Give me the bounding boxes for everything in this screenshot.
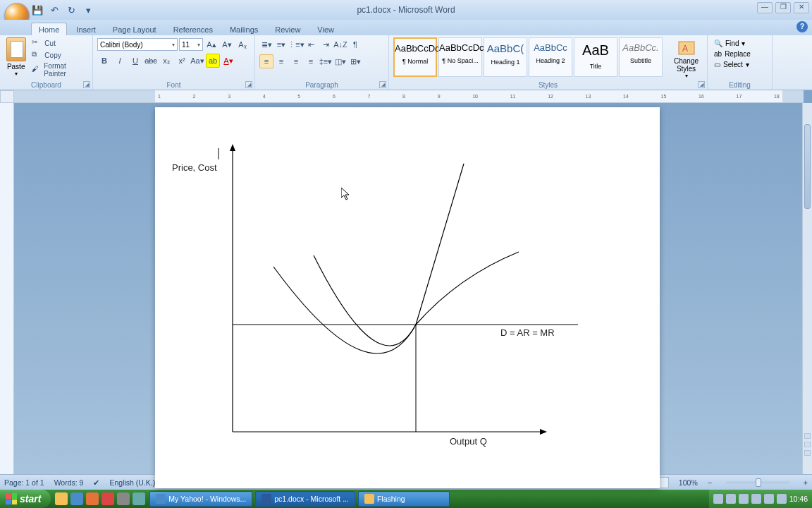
tray-icon-3[interactable] [739, 494, 749, 504]
font-size-combo[interactable]: 11▾ [179, 38, 203, 51]
zoom-thumb[interactable] [756, 478, 761, 487]
underline-button[interactable]: U [128, 54, 142, 68]
task-item-word[interactable]: pc1.docx - Microsoft ... [255, 491, 355, 507]
format-painter-button[interactable]: 🖌Format Painter [30, 61, 88, 78]
copy-label: Copy [44, 52, 61, 59]
tray-icon-4[interactable] [751, 494, 761, 504]
cut-label: Cut [44, 40, 56, 47]
multilevel-list-button[interactable]: ⋮≡▾ [289, 37, 303, 52]
clear-formatting-button[interactable]: Aᵪ [235, 37, 250, 52]
qat-customize[interactable]: ▾ [82, 4, 94, 16]
sort-button[interactable]: A↓Z [333, 37, 347, 52]
style-title[interactable]: AaBTitle [574, 37, 617, 77]
style-heading-1[interactable]: AaBbC(Heading 1 [484, 37, 527, 77]
bold-button[interactable]: B [97, 54, 111, 68]
decrease-indent-button[interactable]: ⇤ [304, 37, 318, 52]
clipboard-launcher[interactable]: ◢ [83, 81, 90, 88]
tab-references[interactable]: References [166, 23, 221, 35]
browse-prev[interactable] [804, 433, 811, 439]
tray-icon-1[interactable] [713, 494, 723, 504]
quicklaunch-icon-4[interactable] [102, 492, 114, 505]
increase-indent-button[interactable]: ⇥ [319, 37, 333, 52]
bullets-button[interactable]: ≣▾ [259, 37, 273, 52]
font-color-button[interactable]: A▾ [221, 54, 235, 68]
quicklaunch-icon-2[interactable] [70, 492, 83, 505]
help-button[interactable]: ? [796, 21, 808, 32]
vertical-scrollbar[interactable] [802, 103, 812, 474]
zoom-in-button[interactable]: + [804, 478, 808, 487]
show-paragraph-marks-button[interactable]: ¶ [348, 37, 362, 52]
align-center-button[interactable]: ≡ [274, 54, 288, 68]
quicklaunch-icon-6[interactable] [133, 492, 145, 505]
minimize-button[interactable]: — [757, 2, 773, 13]
change-case-button[interactable]: Aa▾ [190, 54, 204, 68]
ruler-corner[interactable] [0, 90, 14, 103]
borders-button[interactable]: ⊞▾ [348, 54, 362, 68]
document-page[interactable]: Price, Cost Output Q D = AR = MR [155, 107, 660, 488]
browse-next[interactable] [804, 450, 811, 456]
cut-button[interactable]: ✂Cut [30, 37, 88, 49]
tray-icon-5[interactable] [764, 494, 774, 504]
browse-object[interactable] [804, 442, 811, 447]
proofing-icon[interactable]: ✔ [93, 478, 99, 487]
find-button[interactable]: 🔍Find ▾ [712, 39, 768, 48]
tray-icon-6[interactable] [777, 494, 787, 504]
style-no-spacing[interactable]: AaBbCcDc¶ No Spaci... [438, 37, 482, 77]
justify-button[interactable]: ≡ [304, 54, 318, 68]
font-launcher[interactable]: ◢ [245, 81, 252, 88]
tab-view[interactable]: View [309, 23, 342, 35]
qat-redo[interactable]: ↻ [65, 4, 78, 16]
quicklaunch-icon-5[interactable] [117, 492, 130, 505]
tab-insert[interactable]: Insert [68, 23, 104, 35]
quicklaunch-icon-3[interactable] [86, 492, 99, 505]
vertical-ruler[interactable] [0, 103, 14, 474]
copy-button[interactable]: ⧉Copy [30, 49, 88, 61]
status-words[interactable]: Words: 9 [54, 478, 84, 487]
tray-icon-2[interactable] [726, 494, 736, 504]
status-language[interactable]: English (U.K.) [109, 478, 155, 487]
highlight-button[interactable]: ab [206, 54, 220, 68]
superscript-button[interactable]: x² [175, 54, 189, 68]
zoom-out-button[interactable]: − [708, 478, 712, 487]
style-subtitle[interactable]: AaBbCc.Subtitle [619, 37, 663, 77]
font-size-value: 11 [182, 41, 190, 49]
tab-mailings[interactable]: Mailings [222, 23, 266, 35]
status-page[interactable]: Page: 1 of 1 [4, 478, 44, 487]
numbering-button[interactable]: ≡▾ [274, 37, 288, 52]
qat-undo[interactable]: ↶ [48, 4, 61, 16]
start-button[interactable]: start [0, 490, 51, 508]
group-font: Calibri (Body)▾ 11▾ A▴ A▾ Aᵪ B I U abc x… [93, 35, 255, 90]
horizontal-ruler[interactable]: 123456789101112131415161718 [14, 90, 804, 103]
tab-home[interactable]: Home [31, 23, 67, 35]
shading-button[interactable]: ◫▾ [333, 54, 347, 68]
style-heading-2[interactable]: AaBbCcHeading 2 [529, 37, 572, 77]
line-spacing-button[interactable]: ‡≡▾ [319, 54, 333, 68]
scroll-thumb[interactable] [804, 124, 811, 209]
align-left-button[interactable]: ≡ [259, 54, 273, 68]
task-item-yahoo[interactable]: My Yahoo! - Windows... [149, 491, 252, 507]
replace-button[interactable]: abReplace [712, 49, 768, 59]
svg-text:A: A [682, 44, 688, 54]
align-right-button[interactable]: ≡ [289, 54, 303, 68]
font-name-combo[interactable]: Calibri (Body)▾ [97, 38, 178, 51]
qat-save[interactable]: 💾 [31, 4, 44, 16]
close-button[interactable]: ✕ [794, 2, 809, 13]
styles-launcher[interactable]: ◢ [698, 81, 705, 88]
subscript-button[interactable]: x₂ [159, 54, 173, 68]
quicklaunch-icon-1[interactable] [55, 492, 68, 505]
zoom-slider[interactable] [726, 481, 789, 484]
grow-font-button[interactable]: A▴ [204, 37, 219, 52]
maximize-button[interactable]: ❐ [775, 2, 791, 13]
strikethrough-button[interactable]: abc [144, 54, 158, 68]
italic-button[interactable]: I [113, 54, 127, 68]
paragraph-launcher[interactable]: ◢ [379, 81, 386, 88]
zoom-level[interactable]: 100% [679, 478, 698, 487]
tray-clock[interactable]: 10:46 [789, 495, 808, 503]
tab-page-layout[interactable]: Page Layout [105, 23, 164, 35]
shrink-font-button[interactable]: A▾ [220, 37, 234, 52]
group-styles-label: Styles [389, 81, 707, 89]
task-item-flashing[interactable]: Flashing [358, 491, 450, 507]
select-button[interactable]: ▭Select ▾ [712, 60, 768, 69]
style-normal[interactable]: AaBbCcDc¶ Normal [393, 37, 437, 77]
tab-review[interactable]: Review [267, 23, 308, 35]
